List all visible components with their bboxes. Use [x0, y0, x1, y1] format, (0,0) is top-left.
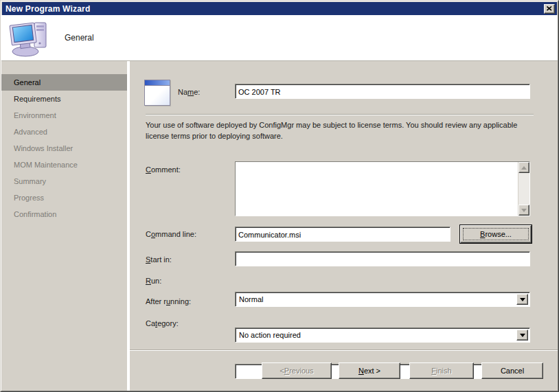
close-icon — [547, 6, 552, 11]
next-button[interactable]: Next > — [339, 362, 400, 379]
close-button[interactable] — [544, 4, 555, 14]
run-select-dropdown-button[interactable] — [516, 294, 528, 305]
sidebar-item-windows-installer: Windows Installer — [1, 140, 127, 157]
sidebar-item-general[interactable]: General — [1, 74, 127, 91]
scroll-down-icon — [521, 209, 527, 212]
comment-scrollbar[interactable] — [518, 162, 529, 216]
previous-button: < Previous — [262, 362, 332, 379]
wizard-header: General — [1, 15, 558, 61]
category-label: Category: — [146, 319, 179, 327]
window-title: New Program Wizard — [5, 4, 544, 14]
computer-icon — [8, 19, 52, 57]
chevron-down-icon — [520, 334, 525, 337]
general-page-content: Name: Your use of software deployed by C… — [130, 61, 558, 391]
wizard-body: General Requirements Environment Advance… — [1, 61, 558, 391]
step-sidebar: General Requirements Environment Advance… — [1, 61, 127, 391]
name-input[interactable] — [235, 84, 530, 99]
comment-input[interactable] — [236, 162, 518, 216]
start-in-label: Start in: — [146, 255, 172, 264]
new-program-wizard-window: New Program Wizard — [0, 0, 559, 392]
comment-label: Comment: — [146, 165, 181, 174]
program-icon — [144, 80, 170, 106]
command-line-label: Command line: — [146, 230, 196, 238]
sidebar-item-environment: Environment — [1, 107, 127, 124]
window-frame: New Program Wizard — [1, 1, 558, 391]
browse-button[interactable]: Browse... — [459, 224, 532, 244]
start-in-input[interactable] — [235, 251, 530, 266]
cancel-button[interactable]: Cancel — [481, 362, 543, 379]
name-label: Name: — [178, 88, 200, 96]
scroll-up-icon — [521, 166, 527, 170]
program-icon-titlebar — [145, 80, 170, 86]
sidebar-item-mom-maintenance: MOM Maintenance — [1, 157, 127, 173]
scroll-up-button — [518, 162, 529, 173]
comment-box — [235, 161, 530, 216]
browse-button-label: Browse... — [480, 230, 512, 238]
scroll-down-button — [518, 205, 529, 216]
command-line-input[interactable] — [235, 227, 450, 242]
chevron-down-icon — [520, 298, 525, 301]
run-select-value: Normal — [239, 295, 514, 303]
run-label: Run: — [146, 277, 161, 285]
after-running-select[interactable]: No action required — [235, 327, 530, 343]
after-running-dropdown-button[interactable] — [516, 330, 528, 341]
sidebar-item-advanced: Advanced — [1, 124, 127, 140]
sidebar-item-confirmation: Confirmation — [1, 206, 127, 222]
title-bar: New Program Wizard — [2, 2, 557, 15]
after-running-label: After running: — [146, 297, 191, 305]
after-running-select-value: No action required — [239, 331, 514, 339]
page-title: General — [65, 33, 94, 43]
run-select[interactable]: Normal — [235, 292, 530, 307]
sidebar-item-progress: Progress — [1, 189, 127, 206]
finish-button: Finish — [409, 362, 474, 379]
sidebar-item-requirements[interactable]: Requirements — [1, 91, 127, 107]
license-notice: Your use of software deployed by ConfigM… — [146, 120, 538, 142]
sidebar-item-summary: Summary — [1, 173, 127, 189]
name-section-separator — [146, 114, 534, 115]
footer-divider — [130, 349, 558, 351]
